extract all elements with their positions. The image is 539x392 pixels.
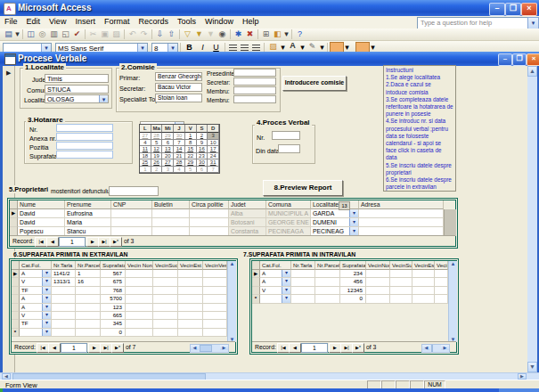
menu-help[interactable]: Help (238, 16, 264, 26)
calendar-day[interactable]: 21 (174, 153, 185, 160)
column-header[interactable]: CNP (111, 200, 152, 209)
scroll-right-icon[interactable]: ▶ (518, 373, 527, 380)
first-record-button[interactable]: |◀ (37, 343, 49, 353)
column-header[interactable]: Circa politie (190, 200, 229, 209)
calendar-day[interactable]: 30 (197, 159, 208, 167)
datasheet-cell[interactable] (126, 287, 153, 295)
form-close-button[interactable]: × (527, 53, 539, 66)
datasheet-cell[interactable]: GEORGE ENE (266, 218, 311, 227)
combo-dropdown-icon[interactable]: ▾ (99, 95, 108, 102)
row-selector[interactable] (12, 312, 20, 320)
secretar-field[interactable]: Bacau Victor (155, 83, 202, 92)
column-header[interactable]: Nr.Tarla (291, 261, 315, 270)
datasheet-cell[interactable]: 12345 (340, 287, 366, 295)
calendar-day[interactable]: 24 (208, 153, 219, 160)
calendar-day[interactable]: 22 (185, 153, 197, 160)
calendar-day[interactable]: 5 (151, 140, 163, 147)
cell-combo-dropdown-icon[interactable]: ▾ (42, 320, 51, 327)
find-button[interactable]: ◉ (216, 29, 228, 40)
suprafata-field[interactable] (56, 151, 113, 159)
calendar-day[interactable]: 14 (174, 146, 185, 153)
datasheet-cell[interactable] (203, 270, 227, 278)
datasheet-hscrollbar[interactable]: ◀▶ (190, 344, 229, 353)
datasheet-cell[interactable] (203, 278, 227, 286)
calendar-day[interactable]: 27 (140, 133, 151, 140)
column-header[interactable]: VecinEst (412, 261, 435, 270)
datasheet-cell[interactable] (203, 295, 227, 303)
presedinte-field[interactable] (233, 69, 276, 77)
menu-window[interactable]: Window (200, 16, 238, 26)
datasheet-cell[interactable]: Botosani (229, 218, 266, 227)
print-button[interactable]: ▥ (48, 29, 60, 40)
datasheet-cell[interactable] (359, 209, 444, 218)
scroll-left-icon[interactable]: ◀ (2, 373, 11, 380)
calendar-day[interactable]: 2 (151, 167, 163, 174)
new-object-button[interactable]: ◧ (272, 29, 283, 40)
new-record-button[interactable]: ▶* (352, 343, 364, 353)
hotarare-nr-field[interactable] (56, 124, 113, 132)
cell-combo-dropdown-icon[interactable]: ▾ (42, 329, 51, 336)
column-header[interactable]: Cat.Fol. (260, 261, 291, 270)
close-button[interactable]: × (521, 3, 537, 16)
datasheet-cell[interactable] (76, 329, 101, 337)
datasheet-cell[interactable] (178, 287, 203, 295)
datasheet-cell[interactable] (111, 218, 152, 227)
calendar-day[interactable]: 11 (140, 146, 151, 153)
calendar-day[interactable]: 28 (151, 133, 163, 140)
cell-combo-dropdown-icon[interactable]: ▾ (282, 295, 290, 302)
datasheet-cell[interactable] (76, 312, 101, 320)
datasheet-cell[interactable] (153, 312, 178, 320)
primar-field[interactable]: Benzar Gheorghe (155, 72, 202, 81)
column-header[interactable]: Suprafata (101, 261, 126, 270)
datasheet-cell[interactable] (76, 304, 101, 312)
calendar-day[interactable]: 20 (162, 153, 174, 160)
datasheet-cell[interactable]: 1313/1 (52, 278, 76, 286)
delete-record-button[interactable]: ✖ (244, 29, 256, 40)
datasheet-cell[interactable] (178, 278, 203, 286)
datasheet-cell[interactable] (291, 295, 315, 303)
datasheet-cell[interactable] (126, 320, 153, 328)
new-record-button[interactable]: ✱ (233, 29, 244, 40)
datasheet-cell[interactable] (315, 295, 340, 303)
column-header[interactable]: Nr.Tarla (52, 261, 76, 270)
datasheet-cell[interactable]: 675 (101, 278, 126, 286)
first-record-button[interactable]: |◀ (277, 343, 290, 353)
datasheet-cell[interactable]: A▾ (20, 270, 52, 278)
view-dropdown[interactable]: ▾ (14, 29, 20, 40)
calendar-day[interactable]: 16 (197, 146, 208, 153)
copy-button[interactable]: ▣ (99, 29, 110, 40)
calendar-day[interactable]: 19 (151, 153, 163, 160)
datasheet-cell[interactable] (390, 295, 412, 303)
sort-ascending-button[interactable]: ⇩ (154, 29, 166, 40)
minimize-button[interactable]: – (489, 3, 505, 16)
datasheet-cell[interactable] (52, 320, 76, 328)
datasheet-cell[interactable] (366, 278, 390, 286)
column-header[interactable]: VecinVest (435, 261, 448, 270)
column-header[interactable]: VecinNord (366, 261, 390, 270)
datasheet-cell[interactable]: ▾ (260, 295, 291, 303)
datasheet-cell[interactable] (291, 287, 315, 295)
datasheet-cell[interactable] (366, 270, 390, 278)
cell-combo-dropdown-icon[interactable]: ▾ (349, 227, 358, 235)
datasheet-cell[interactable] (153, 270, 178, 278)
row-selector[interactable]: * (12, 329, 20, 337)
judet-field[interactable]: Timis (45, 74, 109, 83)
datasheet-cell[interactable]: 234 (340, 270, 366, 278)
row-selector[interactable] (10, 218, 18, 227)
calendar-day[interactable]: 30 (174, 133, 185, 140)
column-header[interactable]: Comuna (266, 200, 311, 209)
datasheet-cell[interactable] (52, 329, 76, 337)
calendar-day[interactable]: 17 (208, 146, 219, 153)
row-selector[interactable]: ▶ (12, 270, 20, 278)
datasheet-cell[interactable] (203, 329, 227, 337)
datasheet-cell[interactable]: 768 (101, 287, 126, 295)
datasheet-cell[interactable]: V▾ (20, 312, 52, 320)
last-record-button[interactable]: ▶| (340, 343, 353, 353)
row-selector[interactable] (12, 304, 20, 312)
column-header[interactable]: Suprafata (340, 261, 366, 270)
calendar-day[interactable]: 2 (197, 133, 208, 140)
calendar-day[interactable]: 29 (162, 133, 174, 140)
last-record-button[interactable]: ▶| (98, 237, 110, 247)
datasheet-cell[interactable]: Eufrosina (65, 209, 111, 218)
localitate-combo[interactable]: OLOSAG▾ (45, 94, 109, 103)
